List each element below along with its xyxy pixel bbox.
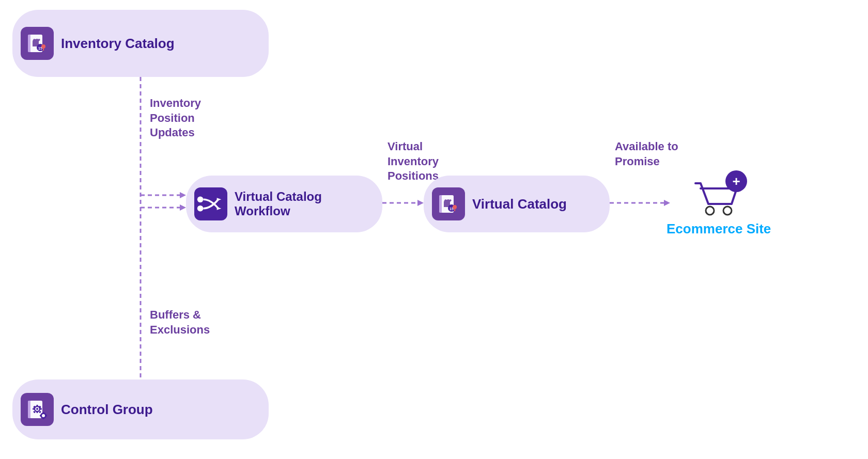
cart-icon-wrapper: + [690, 170, 747, 217]
inventory-catalog-icon: 15 [21, 27, 54, 60]
virtual-catalog-label: Virtual Catalog [472, 196, 567, 212]
svg-marker-6 [417, 200, 424, 206]
svg-point-25 [453, 205, 457, 209]
virtual-catalog-icon: 15 [432, 187, 465, 220]
control-group-node[interactable]: Control Group [12, 379, 269, 439]
svg-rect-46 [40, 415, 41, 417]
svg-point-27 [706, 207, 714, 215]
svg-marker-4 [180, 204, 186, 211]
inventory-catalog-node[interactable]: 15 Inventory Catalog [12, 10, 269, 77]
ecommerce-site-node[interactable]: + Ecommerce Site [667, 170, 771, 237]
annotation-available-to-promise: Available toPromise [615, 139, 678, 169]
svg-rect-45 [43, 418, 44, 419]
ecommerce-label: Ecommerce Site [667, 221, 771, 237]
annotation-virtual-inventory-positions: VirtualInventoryPositions [388, 139, 439, 184]
control-group-label: Control Group [61, 402, 153, 418]
svg-rect-44 [43, 412, 44, 414]
svg-point-28 [723, 207, 732, 215]
svg-rect-11 [28, 35, 30, 52]
svg-point-17 [197, 205, 204, 212]
svg-point-14 [41, 44, 45, 49]
svg-rect-22 [439, 195, 442, 213]
svg-rect-31 [28, 401, 30, 418]
plus-badge: + [725, 170, 747, 192]
virtual-catalog-node[interactable]: 15 Virtual Catalog [424, 176, 610, 232]
svg-point-43 [42, 414, 45, 417]
svg-rect-47 [45, 415, 47, 417]
svg-marker-18 [217, 198, 222, 201]
annotation-buffers-exclusions: Buffers &Exclusions [150, 308, 210, 337]
svg-marker-3 [180, 192, 186, 198]
vcw-node[interactable]: Virtual Catalog Workflow [186, 176, 382, 232]
svg-rect-34 [37, 405, 38, 407]
svg-marker-19 [217, 207, 222, 210]
svg-point-33 [36, 408, 38, 410]
svg-rect-37 [40, 408, 42, 410]
diagram-container: 15 Inventory Catalog InventoryPositionUp… [0, 0, 868, 459]
svg-rect-36 [33, 408, 35, 410]
control-group-icon [21, 393, 54, 426]
annotation-inventory-position-updates: InventoryPositionUpdates [150, 96, 201, 140]
vcw-icon [194, 187, 227, 220]
svg-point-16 [197, 196, 204, 202]
inventory-catalog-label: Inventory Catalog [61, 36, 175, 52]
vcw-label: Virtual Catalog Workflow [235, 189, 322, 218]
svg-rect-35 [37, 411, 38, 413]
